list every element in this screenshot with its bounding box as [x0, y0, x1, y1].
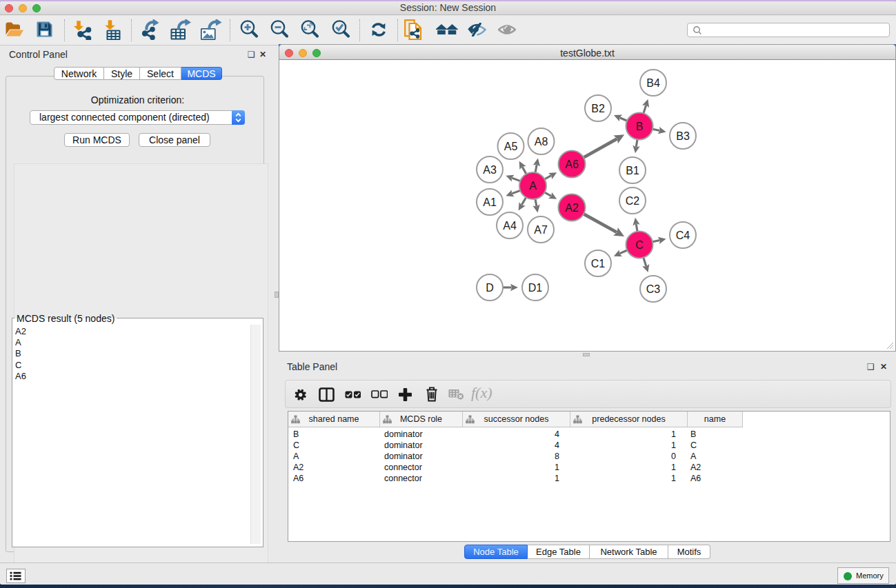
svg-text:A3: A3	[483, 164, 497, 176]
svg-text:B1: B1	[626, 165, 639, 176]
svg-text:A1: A1	[483, 196, 497, 208]
svg-text:B3: B3	[676, 130, 690, 142]
svg-text:C2: C2	[626, 195, 640, 207]
svg-text:A6: A6	[565, 159, 579, 170]
svg-text:C1: C1	[591, 258, 606, 270]
svg-text:A2: A2	[565, 202, 579, 214]
svg-text:D1: D1	[528, 282, 543, 294]
svg-text:A8: A8	[535, 136, 548, 148]
svg-text:A7: A7	[534, 224, 548, 236]
svg-text:A4: A4	[503, 220, 517, 232]
svg-text:A5: A5	[504, 141, 518, 152]
svg-text:A: A	[529, 180, 537, 192]
svg-text:C3: C3	[646, 283, 661, 295]
svg-text:D: D	[486, 282, 494, 294]
svg-text:B: B	[636, 121, 644, 132]
svg-text:B2: B2	[591, 103, 605, 114]
svg-text:C: C	[635, 239, 644, 251]
svg-text:B4: B4	[646, 77, 660, 89]
svg-text:C4: C4	[676, 230, 690, 241]
